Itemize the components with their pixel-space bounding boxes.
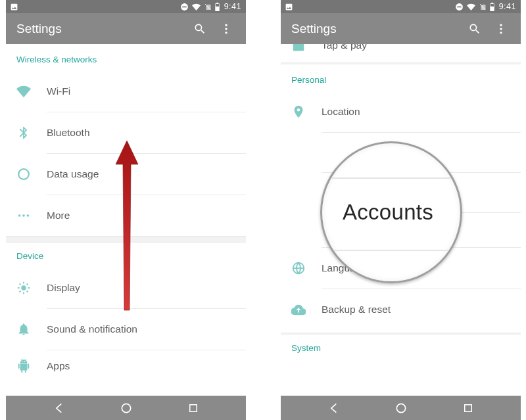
- bell-icon: [16, 322, 43, 337]
- svg-rect-5: [216, 3, 219, 6]
- back-icon: [53, 402, 66, 415]
- svg-point-13: [21, 285, 26, 290]
- nav-bar: [281, 396, 521, 420]
- row-label: More: [47, 210, 70, 222]
- svg-rect-29: [491, 3, 493, 4]
- row-label: Data usage: [47, 168, 99, 180]
- app-bar: Settings: [281, 13, 521, 44]
- section-gap: [6, 236, 246, 243]
- svg-rect-1: [182, 6, 187, 7]
- android-icon: [16, 359, 43, 373]
- svg-point-32: [500, 28, 502, 30]
- nav-recent-button[interactable]: [187, 402, 199, 414]
- row-label: Display: [47, 282, 80, 294]
- status-bar: 9:41: [281, 0, 521, 13]
- zoom-lens-annotation: Accounts: [320, 141, 462, 283]
- settings-list[interactable]: Wireless & networks Wi-Fi Bluetooth Data…: [6, 44, 246, 396]
- page-title: Settings: [291, 22, 462, 36]
- row-sound[interactable]: Sound & notification: [6, 309, 246, 350]
- nav-home-button[interactable]: [120, 402, 133, 415]
- search-button[interactable]: [462, 16, 488, 42]
- row-data-usage[interactable]: Data usage: [6, 154, 246, 195]
- row-bluetooth[interactable]: Bluetooth: [6, 112, 246, 153]
- status-bar: 9:41: [6, 0, 246, 13]
- image-icon: [10, 3, 18, 11]
- app-bar: Settings: [6, 13, 246, 44]
- svg-line-20: [19, 291, 20, 292]
- row-label: Sound & notification: [47, 323, 137, 335]
- row-backup[interactable]: Backup & reset: [281, 289, 521, 330]
- page-title: Settings: [16, 22, 187, 36]
- svg-point-7: [225, 28, 227, 30]
- svg-rect-38: [465, 404, 472, 411]
- more-vert-icon: [220, 22, 233, 35]
- row-label: Tap & pay: [322, 44, 367, 51]
- zoom-accounts-label: Accounts: [343, 200, 433, 225]
- svg-point-23: [122, 404, 131, 412]
- nav-recent-button[interactable]: [462, 402, 474, 414]
- data-usage-icon: [16, 167, 43, 181]
- no-sim-icon: [204, 3, 212, 11]
- row-more[interactable]: More: [6, 195, 246, 236]
- svg-point-11: [22, 214, 25, 217]
- phone-left: 9:41 Settings Wireless & networks Wi-Fi …: [6, 0, 246, 420]
- nav-home-button[interactable]: [394, 402, 408, 415]
- svg-line-19: [27, 291, 28, 292]
- row-label: Backup & reset: [322, 304, 391, 315]
- phone-right: 9:41 Settings Tap & pay Personal Locatio…: [281, 0, 521, 420]
- section-wireless: Wireless & networks: [6, 44, 246, 71]
- back-icon: [327, 402, 341, 415]
- svg-point-31: [500, 24, 502, 26]
- svg-rect-34: [293, 44, 304, 51]
- tap-pay-icon: [291, 44, 318, 55]
- row-label: Apps: [47, 360, 70, 372]
- section-system: System: [281, 335, 521, 360]
- overflow-button[interactable]: [213, 16, 239, 42]
- no-sim-icon: [479, 3, 487, 11]
- search-icon: [193, 22, 206, 35]
- section-personal: Personal: [281, 64, 521, 91]
- row-label: Wi-Fi: [47, 85, 70, 97]
- svg-point-8: [225, 32, 227, 34]
- battery-icon: [214, 3, 220, 11]
- brightness-icon: [16, 281, 43, 295]
- nav-back-button[interactable]: [53, 402, 66, 415]
- row-location[interactable]: Location: [281, 91, 521, 132]
- battery-icon: [489, 3, 495, 11]
- svg-rect-30: [490, 3, 494, 6]
- svg-point-33: [500, 32, 502, 34]
- row-wifi[interactable]: Wi-Fi: [6, 71, 246, 112]
- row-display[interactable]: Display: [6, 268, 246, 308]
- cloud-upload-icon: [291, 302, 318, 317]
- wifi-icon: [16, 84, 43, 99]
- home-icon: [120, 402, 133, 415]
- wifi-icon: [191, 3, 201, 11]
- status-clock: 9:41: [499, 2, 516, 11]
- svg-point-12: [27, 214, 30, 217]
- row-apps[interactable]: Apps: [6, 350, 246, 382]
- recent-icon: [187, 402, 199, 414]
- search-icon: [468, 22, 481, 35]
- section-device: Device: [6, 243, 246, 268]
- recent-icon: [462, 402, 474, 414]
- dnd-icon: [180, 3, 189, 11]
- svg-point-37: [397, 404, 406, 412]
- row-tap-pay[interactable]: Tap & pay: [281, 44, 521, 58]
- home-icon: [394, 402, 408, 415]
- location-icon: [291, 105, 318, 119]
- image-icon: [285, 3, 293, 11]
- row-label: Bluetooth: [47, 127, 90, 139]
- search-button[interactable]: [187, 16, 213, 42]
- more-horiz-icon: [16, 208, 43, 223]
- overflow-button[interactable]: [488, 16, 514, 42]
- dnd-icon: [455, 3, 464, 11]
- svg-point-10: [18, 214, 21, 217]
- nav-back-button[interactable]: [327, 402, 341, 415]
- bluetooth-icon: [16, 126, 43, 140]
- status-clock: 9:41: [224, 2, 241, 11]
- row-label: Location: [322, 106, 360, 118]
- wifi-icon: [466, 3, 476, 11]
- globe-icon: [291, 261, 318, 275]
- svg-line-21: [27, 283, 28, 285]
- svg-point-6: [225, 24, 227, 26]
